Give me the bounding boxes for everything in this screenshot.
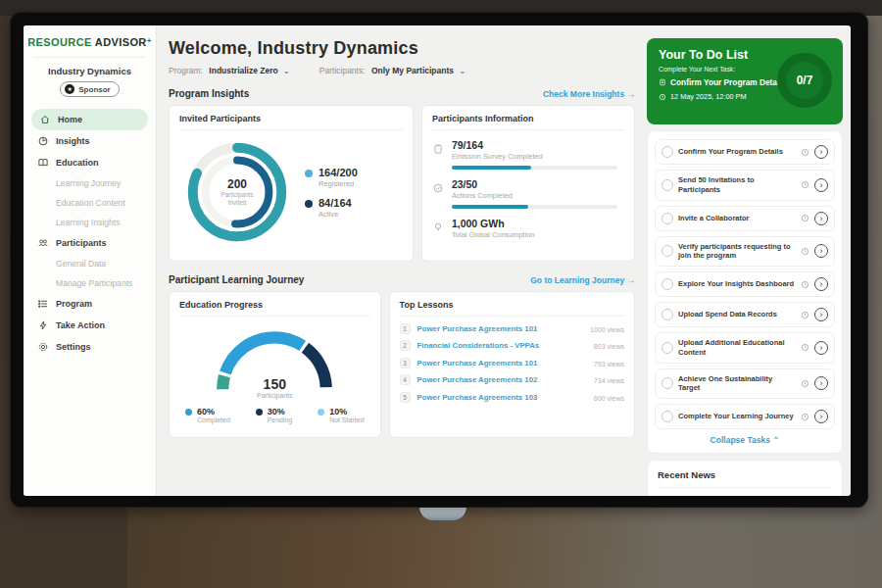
legend-item: 30% Pending bbox=[256, 407, 293, 423]
chevron-right-icon[interactable]: › bbox=[814, 308, 828, 321]
chevron-down-icon[interactable]: ⌄ bbox=[283, 67, 290, 75]
task-row[interactable]: Send 50 Invitations to Participants › bbox=[655, 170, 835, 201]
card-title: Education Progress bbox=[179, 300, 370, 317]
clock-icon bbox=[659, 93, 666, 101]
legend-label: Registered bbox=[318, 179, 358, 188]
stat-value: 23/50 bbox=[452, 178, 624, 190]
task-label: Invite a Collaborator bbox=[678, 214, 796, 223]
sidebar-item-participants[interactable]: Participants bbox=[24, 232, 156, 254]
sidebar-item-education-content[interactable]: Education Content bbox=[24, 193, 156, 213]
sidebar-item-learning-journey[interactable]: Learning Journey bbox=[24, 173, 156, 193]
task-checkbox[interactable] bbox=[662, 278, 673, 290]
task-row[interactable]: Complete Your Learning Journey › bbox=[655, 404, 835, 429]
lesson-views: 734 bbox=[594, 377, 606, 384]
lesson-link[interactable]: Financial Considerations - VPPAs bbox=[417, 341, 587, 350]
legend-pct: 60% bbox=[197, 407, 230, 416]
home-icon bbox=[39, 114, 51, 125]
chevron-right-icon[interactable]: › bbox=[814, 178, 828, 192]
chevron-right-icon[interactable]: › bbox=[814, 212, 828, 225]
task-checkbox[interactable] bbox=[662, 411, 673, 422]
lesson-views: 793 bbox=[594, 361, 606, 368]
legend-value: 164/200 bbox=[318, 167, 358, 178]
task-row[interactable]: Achieve One Sustainability Target › bbox=[655, 368, 835, 400]
sidebar-item-education[interactable]: Education bbox=[24, 152, 156, 173]
lesson-rank: 4 bbox=[400, 374, 411, 385]
legend-pct: 10% bbox=[329, 407, 364, 416]
task-checkbox[interactable] bbox=[662, 377, 673, 389]
lesson-views-unit: views bbox=[606, 326, 624, 333]
task-checkbox[interactable] bbox=[662, 342, 673, 354]
invited-donut-chart: 200 Participants Invited bbox=[179, 134, 295, 250]
stat-row: 79/164 Emission Survey Completed bbox=[432, 139, 624, 170]
task-checkbox[interactable] bbox=[662, 245, 673, 257]
participants-filter-value[interactable]: Only My Participants bbox=[371, 66, 454, 75]
sidebar-item-take-action[interactable]: Take Action bbox=[24, 315, 156, 336]
sidebar-item-label: Insights bbox=[56, 136, 90, 146]
task-row[interactable]: Invite a Collaborator › bbox=[655, 206, 835, 231]
sidebar-item-label: Program bbox=[56, 299, 92, 309]
dashboard-screen: RESOURCE ADVISOR+ Industry Dynamics ★ Sp… bbox=[24, 25, 851, 496]
sidebar-item-general-data[interactable]: General Data bbox=[24, 254, 156, 273]
program-filter-value[interactable]: Industrialize Zero bbox=[209, 66, 277, 75]
sidebar-item-program[interactable]: Program bbox=[24, 293, 156, 315]
task-label: Send 50 Invitations to Participants bbox=[678, 175, 796, 195]
lesson-row: 4 Power Purchase Agreements 102 734 view… bbox=[400, 368, 624, 386]
task-checkbox[interactable] bbox=[662, 179, 673, 191]
lesson-rank: 1 bbox=[400, 323, 411, 334]
check-more-insights-link[interactable]: Check More Insights → bbox=[543, 89, 635, 99]
lesson-link[interactable]: Power Purchase Agreements 101 bbox=[417, 359, 587, 368]
task-row[interactable]: Upload Spend Data Records › bbox=[655, 302, 835, 327]
lesson-link[interactable]: Power Purchase Agreements 101 bbox=[417, 324, 583, 333]
legend-label: Pending bbox=[268, 416, 293, 423]
sponsor-badge[interactable]: ★ Sponsor bbox=[60, 81, 119, 97]
sidebar-item-insights[interactable]: Insights bbox=[24, 130, 156, 152]
chevron-right-icon[interactable]: › bbox=[814, 410, 828, 423]
lesson-views: 600 bbox=[594, 395, 606, 402]
task-label: Confirm Your Program Details bbox=[678, 147, 796, 157]
task-label: Verify participants requesting to join t… bbox=[678, 242, 796, 262]
sidebar-item-label: Learning Journey bbox=[56, 178, 121, 188]
chevron-right-icon[interactable]: › bbox=[814, 145, 828, 159]
app-logo: RESOURCE ADVISOR+ bbox=[24, 36, 156, 48]
arrow-right-icon: → bbox=[627, 89, 636, 99]
go-to-learning-journey-link[interactable]: Go to Learning Journey → bbox=[530, 275, 635, 285]
progress-fill bbox=[452, 205, 528, 209]
lesson-link[interactable]: Power Purchase Agreements 103 bbox=[417, 393, 587, 402]
clock-icon bbox=[801, 180, 809, 189]
legend-dot-completed bbox=[185, 409, 192, 416]
chevron-right-icon[interactable]: › bbox=[814, 376, 828, 390]
donut-center-caption: Participants Invited bbox=[212, 191, 263, 207]
card-title: Top Lessons bbox=[400, 300, 624, 317]
sidebar-item-manage-participants[interactable]: Manage Participants bbox=[24, 273, 156, 293]
sponsor-badge-label: Sponsor bbox=[78, 85, 110, 94]
collapse-tasks-link[interactable]: Collapse Tasks ⌃ bbox=[655, 435, 835, 445]
chevron-right-icon[interactable]: › bbox=[814, 244, 828, 258]
sidebar-item-learning-insights[interactable]: Learning Insights bbox=[24, 213, 156, 232]
card-title: Participants Information bbox=[432, 114, 624, 130]
lesson-rank: 2 bbox=[400, 340, 411, 351]
chevron-right-icon[interactable]: › bbox=[814, 341, 828, 355]
task-row[interactable]: Verify participants requesting to join t… bbox=[655, 236, 835, 268]
task-label: Upload Spend Data Records bbox=[678, 310, 796, 319]
sidebar-item-label: Education bbox=[56, 158, 99, 168]
legend-dot-active bbox=[305, 200, 313, 208]
task-row[interactable]: Upload Additional Educational Content › bbox=[655, 332, 835, 364]
learning-journey-header: Participant Learning Journey Go to Learn… bbox=[169, 274, 635, 285]
task-checkbox[interactable] bbox=[662, 309, 673, 320]
task-row[interactable]: Explore Your Insights Dashboard › bbox=[655, 271, 835, 297]
chevron-down-icon[interactable]: ⌄ bbox=[459, 67, 466, 75]
org-name: Industry Dynamics bbox=[24, 66, 156, 76]
task-checkbox[interactable] bbox=[662, 213, 673, 224]
legend-label: Not Started bbox=[329, 416, 364, 423]
insights-cards-row: Invited Participants 200 Participants In… bbox=[169, 105, 635, 262]
task-row[interactable]: Confirm Your Program Details › bbox=[655, 139, 835, 165]
chevron-right-icon[interactable]: › bbox=[814, 277, 828, 291]
sidebar-item-home[interactable]: Home bbox=[31, 109, 148, 130]
invited-body: 200 Participants Invited 164/200 Registe… bbox=[179, 134, 403, 250]
legend-item: 84/164 Active bbox=[305, 197, 358, 219]
sidebar-item-settings[interactable]: Settings bbox=[24, 336, 156, 358]
sidebar-item-label: Settings bbox=[56, 342, 91, 352]
task-checkbox[interactable] bbox=[662, 146, 673, 158]
logo-plus: + bbox=[147, 36, 152, 45]
lesson-link[interactable]: Power Purchase Agreements 102 bbox=[417, 375, 587, 384]
